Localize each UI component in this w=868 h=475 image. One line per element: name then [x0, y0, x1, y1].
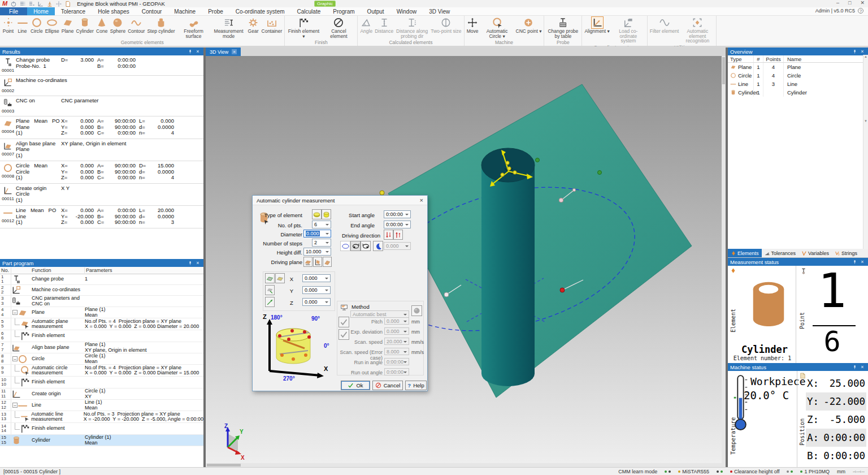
- tab-3d-view[interactable]: 3D View×: [206, 48, 241, 56]
- position-mode-button-3[interactable]: [265, 285, 275, 295]
- pin-icon[interactable]: [852, 365, 859, 370]
- pin-icon[interactable]: [188, 261, 194, 266]
- menu-item-file[interactable]: File: [0, 7, 27, 15]
- program-step-14[interactable]: 14 14Finish element: [0, 423, 203, 435]
- move-icon[interactable]: [55, 1, 62, 7]
- result-row-00008[interactable]: 00008Circle Mean Circle (1)X=0.000A=90:0…: [0, 161, 203, 184]
- program-step-4[interactable]: 4 4–PlanePlane (1) Mean: [0, 307, 203, 318]
- ribbon-freeform-surface[interactable]: Freeform surface: [176, 16, 211, 39]
- program-step-8[interactable]: 8 8–CircleCircle (1) Mean: [0, 353, 203, 365]
- direction-down-button[interactable]: [384, 230, 393, 240]
- menu-item-output[interactable]: Output: [361, 7, 390, 15]
- ribbon-point[interactable]: Point: [1, 16, 15, 34]
- list-edit-icon[interactable]: [28, 1, 35, 7]
- driving-plane-zx-button[interactable]: [323, 257, 332, 267]
- ribbon-circle[interactable]: Circle: [29, 16, 44, 34]
- ribbon-two-point-size[interactable]: Two-point size: [429, 16, 462, 34]
- tree-icon[interactable]: [46, 1, 53, 7]
- tab-variables[interactable]: Variables: [798, 249, 832, 257]
- end-angle-dropdown[interactable]: 0:00:00: [384, 221, 411, 228]
- ribbon-filter-element[interactable]: Filter element: [649, 16, 680, 34]
- ribbon-angle[interactable]: Angle: [359, 16, 374, 34]
- pin-icon[interactable]: [188, 49, 194, 54]
- close-icon[interactable]: ×: [859, 259, 866, 265]
- ribbon-distance[interactable]: Distance: [374, 16, 394, 34]
- horizontal-scrollbar[interactable]: [206, 463, 722, 467]
- vertical-scrollbar[interactable]: [722, 56, 726, 467]
- program-step-15[interactable]: 15 15CylinderCylinder (1) Mean: [0, 435, 203, 446]
- pin-icon[interactable]: [852, 260, 859, 265]
- overview-row-cylinder[interactable]: Cylinder1Cylinder: [728, 88, 868, 97]
- direction-up-button[interactable]: [393, 230, 403, 240]
- ribbon-contour[interactable]: Contour: [127, 16, 146, 34]
- close-icon[interactable]: ×: [194, 260, 201, 266]
- overview-row-plane[interactable]: Plane14Plane: [728, 63, 868, 71]
- tab-close-icon[interactable]: ×: [232, 49, 237, 54]
- menu-item-hole-shapes[interactable]: Hole shapes: [92, 7, 136, 15]
- expand-icon[interactable]: –: [12, 356, 18, 361]
- menu-item-home[interactable]: Home: [27, 7, 55, 15]
- ribbon-automatic-circle[interactable]: Automatic Circle ▾: [480, 16, 515, 39]
- ribbon-step-cylinder[interactable]: Step cylinder: [146, 16, 176, 34]
- overview-row-line[interactable]: Line13Line: [728, 80, 868, 88]
- close-button[interactable]: ✕: [860, 0, 865, 6]
- pin-icon[interactable]: [852, 49, 859, 54]
- graphic-button[interactable]: Graphic: [314, 1, 336, 7]
- ribbon-cnc-point[interactable]: CNC point ▾: [515, 16, 543, 34]
- help-icon[interactable]: ?: [858, 8, 863, 14]
- tab-elements[interactable]: Elements: [728, 249, 762, 257]
- program-step-12[interactable]: 12 12–LineLine (1) Mean: [0, 400, 203, 411]
- mode-clockwise-button[interactable]: [350, 241, 361, 251]
- menu-item-calculate[interactable]: Calculate: [291, 7, 327, 15]
- ribbon-change-probe-by-table[interactable]: Change probe by table: [545, 16, 580, 39]
- position-mode-button-4[interactable]: [265, 297, 275, 307]
- ribbon-load-co-ordinate-system[interactable]: Load co-ordinate system: [611, 16, 646, 44]
- ribbon-ellipse[interactable]: Ellipse: [44, 16, 60, 34]
- sphere-button[interactable]: [411, 305, 422, 316]
- ribbon-alignment[interactable]: Alignment ▾: [583, 16, 610, 34]
- program-step-13[interactable]: 13 13Automatic line measurementNo.of Pts…: [0, 411, 203, 423]
- menu-item-probe[interactable]: Probe: [202, 7, 229, 15]
- ribbon-plane[interactable]: Plane: [60, 16, 75, 34]
- ribbon-cylinder[interactable]: Cylinder: [75, 16, 95, 34]
- element-type-top-button[interactable]: [312, 209, 322, 219]
- ribbon-sphere[interactable]: Sphere: [109, 16, 127, 34]
- ribbon-cone[interactable]: Cone: [95, 16, 109, 34]
- ribbon-gear[interactable]: Gear: [246, 16, 261, 34]
- y-dropdown[interactable]: 0.000: [302, 286, 331, 294]
- menu-item-window[interactable]: Window: [390, 7, 423, 15]
- minimize-button[interactable]: –: [836, 0, 839, 6]
- menu-item-3d-view[interactable]: 3D View: [423, 7, 456, 15]
- close-icon[interactable]: ×: [859, 49, 866, 54]
- close-icon[interactable]: ×: [194, 49, 201, 54]
- driving-plane-yz-button[interactable]: [313, 257, 322, 267]
- ribbon-finish-element[interactable]: Finish element ▾: [286, 16, 321, 39]
- menu-item-tolerance[interactable]: Tolerance: [55, 7, 92, 15]
- mode-counterclockwise-button[interactable]: [361, 241, 371, 251]
- menu-item-machine[interactable]: Machine: [168, 7, 202, 15]
- ribbon-cancel-element[interactable]: Cancel element: [321, 16, 356, 39]
- mode-ellipse-button[interactable]: [340, 241, 350, 251]
- 3d-viewport[interactable]: 3D View×: [206, 48, 726, 467]
- ribbon-measurement-mode[interactable]: Measurement mode: [211, 16, 246, 39]
- position-mode-button-2[interactable]: [275, 273, 285, 283]
- tab-tolerances[interactable]: Tolerances: [762, 249, 799, 257]
- result-row-00007[interactable]: 00007Align base plane Plane (1)XY plane,…: [0, 139, 203, 162]
- program-step-5[interactable]: 5 5Automatic plane measurementNo.of Pts.…: [0, 318, 203, 330]
- result-row-00003[interactable]: 00003CNC onCNC parameter: [0, 96, 203, 116]
- document-icon[interactable]: [64, 1, 71, 7]
- help-button[interactable]: ?Help: [405, 381, 427, 390]
- x-dropdown[interactable]: 0.000: [302, 274, 331, 282]
- maximize-button[interactable]: □: [848, 0, 851, 6]
- result-row-00012[interactable]: 00012Line Mean PO Line (1)X=0.000A=0:00:…: [0, 206, 203, 228]
- ribbon-container[interactable]: Container: [261, 16, 284, 34]
- overview-scrollbar[interactable]: ▲▼: [863, 55, 868, 249]
- ribbon-distance-along-probing-dir[interactable]: Distance along probing dir: [394, 16, 429, 39]
- menu-item-program[interactable]: Program: [327, 7, 361, 15]
- dialog-close-icon[interactable]: ×: [420, 197, 423, 204]
- no-of-pts-dropdown[interactable]: 6: [312, 221, 331, 228]
- ok-button[interactable]: Ok: [341, 381, 370, 390]
- expand-icon[interactable]: –: [12, 310, 18, 315]
- axis-icon[interactable]: [37, 1, 44, 7]
- close-icon[interactable]: ×: [859, 364, 866, 370]
